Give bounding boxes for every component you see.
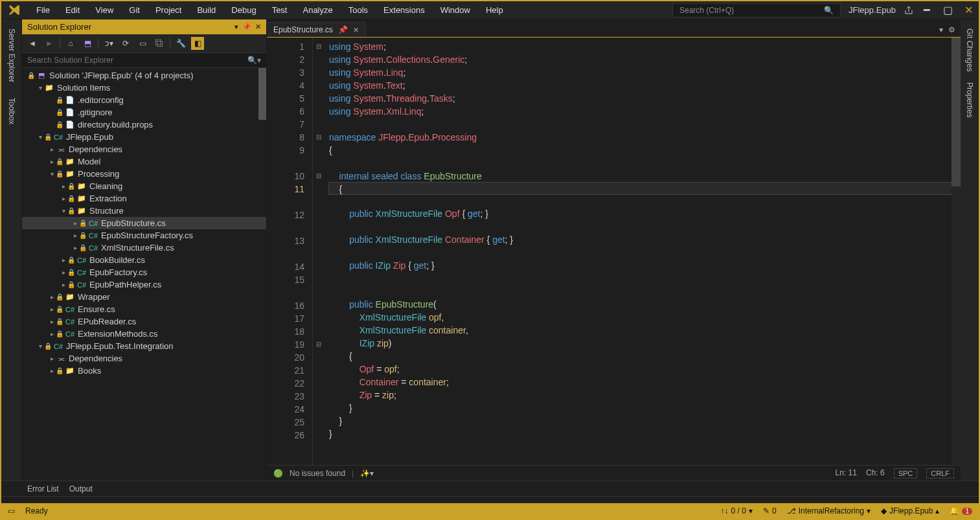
code-content[interactable]: using System;using System.Collections.Ge… xyxy=(324,38,961,465)
caret-icon[interactable]: ▸ xyxy=(48,306,56,313)
caret-icon[interactable]: ▸ xyxy=(48,293,56,300)
show-all-icon[interactable]: ⿻ xyxy=(153,37,166,50)
tree-scrollbar[interactable] xyxy=(258,68,266,480)
tree-item[interactable]: ▸🔒C#EpubStructureFactory.cs xyxy=(22,229,266,242)
col-indicator[interactable]: Ch: 6 xyxy=(866,468,885,479)
caret-icon[interactable]: ▸ xyxy=(60,195,67,202)
sync-icon[interactable]: ⟳ xyxy=(119,37,132,50)
notifications[interactable]: 🔔1 xyxy=(950,506,972,515)
tree-item[interactable]: ▸🔒C#EpubStructure.cs xyxy=(22,217,266,229)
menu-project[interactable]: Project xyxy=(149,4,188,16)
caret-icon[interactable]: ▸ xyxy=(60,183,67,190)
dropdown-icon[interactable]: ▾ xyxy=(234,23,238,31)
tree-item[interactable]: ▸🔒📁Model xyxy=(22,155,266,168)
properties-icon[interactable]: 🔧 xyxy=(174,37,187,50)
caret-icon[interactable]: ▸ xyxy=(48,146,56,153)
menu-tools[interactable]: Tools xyxy=(342,4,374,16)
solution-explorer-header[interactable]: Solution Explorer ▾ 📌 ✕ xyxy=(22,19,266,34)
tree-item[interactable]: ▸🔒C#XmlStructureFile.cs xyxy=(22,242,266,254)
tree-item[interactable]: 🔒📄directory.build.props xyxy=(22,119,266,131)
solution-name-label[interactable]: JFlepp.Epub xyxy=(849,5,896,15)
tree-item[interactable]: ▾🔒C#JFlepp.Epub xyxy=(22,131,266,143)
tree-item[interactable]: 🔒📄.gitignore xyxy=(22,106,266,119)
caret-icon[interactable]: ▸ xyxy=(71,220,79,227)
git-changes-count[interactable]: ✎ 0 xyxy=(763,506,777,515)
caret-icon[interactable]: ▾ xyxy=(36,343,44,350)
startup-project[interactable]: ◆ JFlepp.Epub ▴ xyxy=(881,506,939,515)
git-branch[interactable]: ⎇ InternalRefactoring ▾ xyxy=(787,506,871,515)
preview-icon[interactable]: ◧ xyxy=(191,37,204,50)
caret-icon[interactable]: ▾ xyxy=(60,207,67,214)
minimize-button[interactable]: ━ xyxy=(922,5,932,16)
eol-mode[interactable]: CRLF xyxy=(926,468,954,479)
quick-search[interactable]: Search (Ctrl+Q) 🔍 xyxy=(672,3,841,17)
tree-item[interactable]: ▾🔒C#JFlepp.Epub.Test.Integration xyxy=(22,340,266,352)
menu-extensions[interactable]: Extensions xyxy=(377,4,431,16)
menu-view[interactable]: View xyxy=(89,4,120,16)
close-button[interactable]: ✕ xyxy=(963,5,974,16)
switch-view-icon[interactable]: ⬒ xyxy=(81,37,94,50)
tree-item[interactable]: ▸🔒📁Cleaning xyxy=(22,180,266,192)
indent-mode[interactable]: SPC xyxy=(894,468,918,479)
share-icon[interactable] xyxy=(904,5,914,16)
caret-icon[interactable]: ▸ xyxy=(48,158,56,165)
menu-file[interactable]: File xyxy=(30,4,56,16)
tree-item[interactable]: ▸🔒📁Wrapper xyxy=(22,291,266,303)
code-area[interactable]: 1234567891011121314151617181920212223242… xyxy=(267,38,961,465)
caret-icon[interactable]: ▸ xyxy=(60,256,67,264)
server-explorer-tab[interactable]: Server Explorer xyxy=(7,25,16,86)
back-icon[interactable]: ◄ xyxy=(26,37,39,50)
tab-epubstructure[interactable]: EpubStructure.cs 📌 ✕ xyxy=(267,22,366,37)
pin-icon[interactable]: 📌 xyxy=(242,23,251,31)
caret-icon[interactable]: ▸ xyxy=(60,269,67,276)
tree-item[interactable]: ▸🔒C#EPubReader.cs xyxy=(22,315,266,328)
tree-item[interactable]: ▸⫘Dependencies xyxy=(22,352,266,365)
tree-item[interactable]: ▾🔒📁Structure xyxy=(22,205,266,217)
filter-icon[interactable]: ↄ▾ xyxy=(102,37,115,50)
menu-window[interactable]: Window xyxy=(434,4,477,16)
menu-debug[interactable]: Debug xyxy=(225,4,262,16)
fold-column[interactable]: ⊟⊟⊟⊟ xyxy=(312,38,324,465)
menu-analyze[interactable]: Analyze xyxy=(296,4,339,16)
tree-item[interactable]: ▾📁Solution Items xyxy=(22,82,266,94)
tree-item[interactable]: ▸🔒C#EpubPathHelper.cs xyxy=(22,278,266,291)
solution-tree[interactable]: 🔒 ⬒ Solution 'JFlepp.Epub' (4 of 4 proje… xyxy=(22,68,266,480)
issues-label[interactable]: No issues found xyxy=(290,469,345,478)
settings-icon[interactable]: ⚙ xyxy=(948,25,955,34)
tree-item[interactable]: ▸🔒C#Ensure.cs xyxy=(22,303,266,315)
git-changes-tab[interactable]: Git Changes xyxy=(965,25,974,76)
tree-item[interactable]: 🔒📄.editorconfig xyxy=(22,94,266,106)
tree-item[interactable]: ▸🔒C#BookBuilder.cs xyxy=(22,254,266,266)
home-icon[interactable]: ⌂ xyxy=(64,37,77,50)
tab-pin-icon[interactable]: 📌 xyxy=(338,25,348,34)
caret-icon[interactable]: ▸ xyxy=(48,318,56,325)
tab-output[interactable]: Output xyxy=(69,484,93,493)
git-sync[interactable]: ↑↓ 0 / 0 ▾ xyxy=(721,506,753,515)
line-indicator[interactable]: Ln: 11 xyxy=(836,468,857,479)
solution-root[interactable]: 🔒 ⬒ Solution 'JFlepp.Epub' (4 of 4 proje… xyxy=(22,69,266,82)
caret-icon[interactable]: ▸ xyxy=(60,281,67,288)
tab-overflow-icon[interactable]: ▾ xyxy=(939,25,943,34)
tree-item[interactable]: ▸⫘Dependencies xyxy=(22,143,266,155)
caret-icon[interactable]: ▸ xyxy=(48,330,56,337)
caret-icon[interactable]: ▸ xyxy=(71,232,79,239)
solution-explorer-search[interactable]: 🔍▾ xyxy=(22,53,266,68)
magic-wand-icon[interactable]: ✨▾ xyxy=(360,469,374,478)
properties-tab[interactable]: Properties xyxy=(965,78,974,122)
search-input[interactable] xyxy=(27,56,247,65)
tab-close-icon[interactable]: ✕ xyxy=(353,26,359,34)
tree-item[interactable]: ▾🔒📁Processing xyxy=(22,168,266,180)
forward-icon[interactable]: ► xyxy=(43,37,56,50)
menu-build[interactable]: Build xyxy=(190,4,222,16)
caret-icon[interactable]: ▸ xyxy=(48,367,56,374)
collapse-icon[interactable]: ▭ xyxy=(136,37,149,50)
caret-icon[interactable]: ▾ xyxy=(36,84,44,91)
caret-icon[interactable]: ▾ xyxy=(36,133,44,141)
menu-test[interactable]: Test xyxy=(266,4,294,16)
tree-item[interactable]: ▸🔒C#ExtensionMethods.cs xyxy=(22,328,266,340)
caret-icon[interactable]: ▾ xyxy=(48,170,56,177)
health-icon[interactable]: 🟢 xyxy=(273,469,283,478)
tree-item[interactable]: ▸🔒📁Extraction xyxy=(22,192,266,205)
scrollbar[interactable] xyxy=(952,38,961,465)
caret-icon[interactable]: ▸ xyxy=(71,244,79,251)
